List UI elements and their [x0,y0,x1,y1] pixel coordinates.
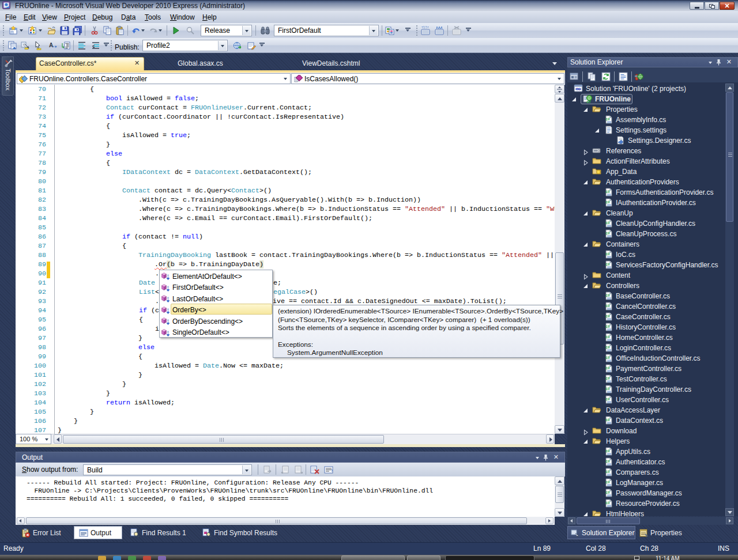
svg-text:A: A [49,42,53,48]
